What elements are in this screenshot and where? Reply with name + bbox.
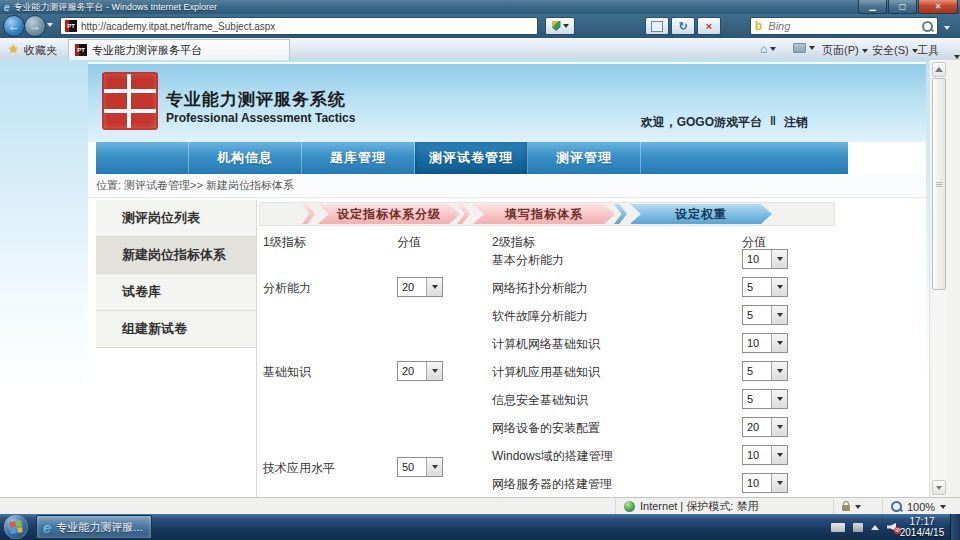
- smartscreen-button[interactable]: [545, 17, 575, 35]
- score-select[interactable]: 10: [742, 473, 788, 493]
- score-select[interactable]: 5: [742, 389, 788, 409]
- zoom-icon: [891, 501, 902, 512]
- chevron-down-icon: [432, 369, 438, 373]
- scrollbar-thumb[interactable]: [932, 78, 946, 290]
- score-select[interactable]: 5: [742, 305, 788, 325]
- taskbar-clock[interactable]: 17:17 2014/4/15: [898, 515, 946, 539]
- score-select[interactable]: 20: [742, 417, 788, 437]
- chevron-down-icon: [777, 285, 783, 289]
- score-select[interactable]: 5: [742, 361, 788, 381]
- step-chevron-icon: [302, 204, 315, 224]
- web-page: 专业能力测评服务系统 Professional Assessment Tacti…: [88, 62, 926, 497]
- status-bar: Internet | 保护模式: 禁用 100%: [0, 497, 960, 515]
- search-box[interactable]: b: [750, 17, 938, 35]
- table-row: 网络设备的安装配置 20: [257, 414, 926, 442]
- maximize-button[interactable]: ▢: [888, 0, 917, 14]
- globe-icon: [624, 501, 635, 512]
- score-select[interactable]: 5: [742, 277, 788, 297]
- nav-item-question-bank[interactable]: 题库管理: [302, 142, 415, 174]
- chevron-down-icon: [777, 369, 783, 373]
- indicator-label: 网络拓扑分析能力: [492, 280, 722, 297]
- favorites-button[interactable]: 收藏夹: [24, 43, 57, 58]
- start-button[interactable]: [4, 515, 28, 539]
- compatibility-view-button[interactable]: [645, 17, 669, 35]
- taskbar: e 专业能力测评服... ⊘ 17:17 2014/4/15: [0, 514, 960, 540]
- taskbar-ie-button[interactable]: e 专业能力测评服...: [36, 515, 152, 539]
- print-button[interactable]: [793, 43, 815, 53]
- minimize-button[interactable]: ▁: [858, 0, 887, 14]
- table-row: 分析能力 20 网络拓扑分析能力 5: [257, 274, 926, 302]
- score-select[interactable]: 10: [742, 333, 788, 353]
- table-row: 基本分析能力 10: [257, 246, 926, 274]
- logout-link[interactable]: 注销: [784, 114, 808, 131]
- indicator-label: 信息安全基础知识: [492, 392, 722, 409]
- table-row: 网络服务器的搭建管理 10: [257, 470, 926, 498]
- window-title: 专业能力测评服务平台 - Windows Internet Explorer: [14, 1, 218, 14]
- keyboard-tray-icon[interactable]: [831, 523, 845, 532]
- home-icon: ⌂: [760, 43, 767, 55]
- sidebar-item-position-list[interactable]: 测评岗位列表: [96, 200, 256, 237]
- table-row: 软件故障分析能力 5: [257, 302, 926, 330]
- separator: ‖: [770, 114, 776, 131]
- table-row: 信息安全基础知识 5: [257, 386, 926, 414]
- chevron-down-icon: [855, 505, 861, 509]
- indicator-label: 软件故障分析能力: [492, 308, 722, 325]
- nav-item-org-info[interactable]: 机构信息: [188, 142, 302, 174]
- browser-tab[interactable]: PT 专业能力测评服务平台: [68, 39, 290, 60]
- search-options-icon[interactable]: [944, 26, 950, 30]
- nav-item-assessment-management[interactable]: 测评管理: [528, 142, 641, 174]
- sidebar-item-new-indicator-system[interactable]: 新建岗位指标体系: [96, 237, 256, 274]
- score-select[interactable]: 20: [397, 361, 443, 381]
- score-select[interactable]: 20: [397, 277, 443, 297]
- favorites-star-icon[interactable]: ★: [8, 42, 19, 56]
- step-fill-system: 填写指标体系: [457, 204, 615, 224]
- volume-muted-icon[interactable]: ⊘: [887, 522, 898, 532]
- refresh-button[interactable]: ↻: [671, 17, 695, 35]
- step-chevron-icon: [614, 204, 627, 224]
- nav-item-paper-management[interactable]: 测评试卷管理: [415, 142, 528, 174]
- address-field[interactable]: PT http://academy.itpat.net/frame_Subjec…: [60, 17, 538, 35]
- seal-logo: [102, 72, 158, 130]
- main-content: 设定指标体系分级 填写指标体系 设定权重 1级指标 分值 2级指标 分: [257, 198, 926, 499]
- network-tray-icon[interactable]: [853, 523, 863, 532]
- page-menu[interactable]: 页面(P): [822, 43, 868, 58]
- sidebar-item-paper-library[interactable]: 试卷库: [96, 274, 256, 311]
- back-button[interactable]: ←: [3, 15, 25, 37]
- scroll-down-button[interactable]: [932, 480, 946, 495]
- lock-icon: [842, 505, 850, 511]
- welcome-text: 欢迎，GOGO游戏平台: [641, 114, 762, 131]
- sidebar-item-create-paper[interactable]: 组建新试卷: [96, 311, 256, 348]
- screen: e 专业能力测评服务平台 - Windows Internet Explorer…: [0, 0, 960, 540]
- search-icon[interactable]: [922, 21, 933, 32]
- browser-viewport: 专业能力测评服务系统 Professional Assessment Tacti…: [0, 60, 960, 497]
- address-bar: ← → PT http://academy.itpat.net/frame_Su…: [0, 14, 960, 38]
- close-button[interactable]: ✕: [918, 0, 958, 14]
- score-select[interactable]: 10: [742, 249, 788, 269]
- indicator-label: 分析能力: [263, 280, 393, 297]
- table-row: 计算机网络基础知识 10: [257, 330, 926, 358]
- chevron-down-icon: [777, 425, 783, 429]
- chevron-down-icon: [777, 481, 783, 485]
- score-select[interactable]: 10: [742, 445, 788, 465]
- site-title: 专业能力测评服务系统: [166, 88, 346, 111]
- protected-mode-toggle[interactable]: [833, 498, 888, 515]
- step-chevron-icon: [457, 204, 470, 224]
- search-input[interactable]: [766, 19, 918, 33]
- show-hidden-icons[interactable]: [871, 525, 879, 530]
- safety-menu[interactable]: 安全(S): [872, 43, 918, 58]
- main-nav: 机构信息 题库管理 测评试卷管理 测评管理: [96, 142, 848, 174]
- scroll-up-button[interactable]: [932, 62, 946, 77]
- url-text: http://academy.itpat.net/frame_Subject.a…: [81, 21, 275, 32]
- ie-icon: e: [4, 2, 10, 13]
- home-button[interactable]: ⌂: [760, 43, 776, 55]
- forward-button[interactable]: →: [24, 15, 46, 37]
- zoom-control[interactable]: 100%: [882, 498, 960, 515]
- chevron-down-icon: [432, 465, 438, 469]
- printer-icon: [793, 43, 806, 53]
- chevron-down-icon: [432, 285, 438, 289]
- show-desktop-button[interactable]: [950, 514, 960, 540]
- history-dropdown-icon[interactable]: [47, 23, 53, 27]
- indicator-label: 基本分析能力: [492, 252, 722, 269]
- stop-button[interactable]: ×: [697, 17, 721, 35]
- refresh-icon: ↻: [678, 20, 687, 33]
